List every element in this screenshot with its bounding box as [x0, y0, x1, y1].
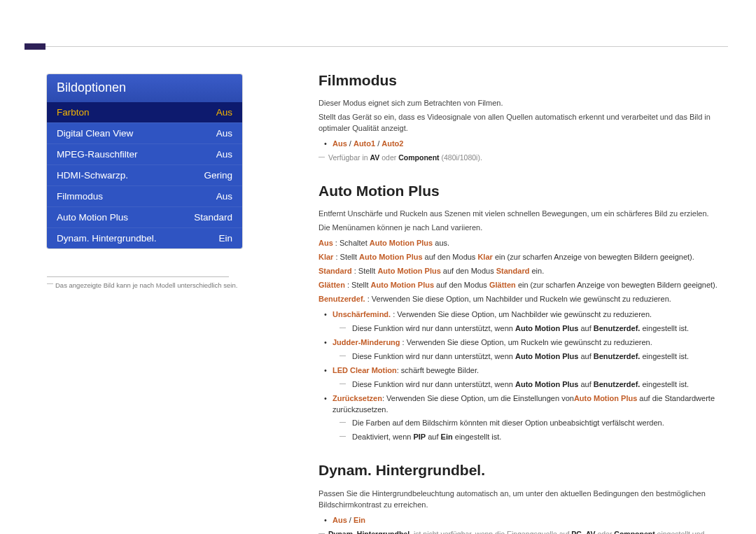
menu-item-hdmi[interactable]: HDMI-Schwarzp. Gering — [47, 164, 242, 185]
menu-item-value: Ein — [218, 233, 232, 244]
n2: Auto Motion Plus — [515, 380, 578, 388]
cp: Component — [614, 530, 654, 534]
menu-item-dcv[interactable]: Digital Clean View Aus — [47, 122, 242, 143]
n1: Diese Funktion wird nur dann unterstützt… — [352, 352, 515, 360]
n4: Benutzerdef. — [594, 352, 640, 360]
m: eingestellt und — [655, 530, 705, 534]
k: Standard — [318, 267, 352, 275]
dyn-p1: Passen Sie die Hintergrundbeleuchtung au… — [318, 489, 728, 511]
avail-av: AV — [370, 153, 380, 162]
t: : Stellt — [333, 253, 359, 261]
menu-item-value: Standard — [194, 212, 232, 223]
menu-item-value: Aus — [216, 149, 232, 160]
amp-judder: Judder-Minderung : Verwenden Sie diese O… — [318, 337, 728, 363]
menu-item-dynbl[interactable]: Dynam. Hintergrundbel. Ein — [47, 227, 242, 248]
heading-dyn: Dynam. Hintergrundbel. — [318, 460, 728, 481]
section-dyn: Dynam. Hintergrundbel. Passen Sie die Hi… — [318, 460, 728, 534]
k2: Standard — [496, 267, 530, 275]
section-filmmodus: Filmmodus Dieser Modus eignet sich zum B… — [318, 70, 728, 164]
menu-item-filmmodus[interactable]: Filmmodus Aus — [47, 185, 242, 206]
amp-note-supp-2: Diese Funktion wird nur dann unterstützt… — [332, 351, 728, 363]
n3: auf — [578, 380, 593, 388]
n3: auf — [426, 433, 440, 441]
k: LED Clear Motion — [332, 366, 397, 374]
menu-item-amp[interactable]: Auto Motion Plus Standard — [47, 206, 242, 227]
p: aus. — [433, 239, 449, 247]
left-note-rule — [47, 276, 229, 277]
k: Zurücksetzen — [332, 394, 382, 402]
opt-aus: Aus — [332, 516, 347, 524]
header-accent — [24, 43, 46, 50]
filmmodus-p1: Dieser Modus eignet sich zum Betrachten … — [318, 98, 728, 109]
amp-def-aus: Aus : Schaltet Auto Motion Plus aus. — [318, 238, 728, 249]
amp-led-clear: LED Clear Motion: schärft bewegte Bilder… — [318, 365, 728, 391]
n1: Diese Funktion wird nur dann unterstützt… — [352, 380, 515, 388]
n2: PIP — [413, 433, 426, 441]
heading-filmmodus: Filmmodus — [318, 70, 728, 91]
menu-title: Bildoptionen — [47, 74, 242, 102]
pc: PC — [571, 530, 582, 534]
k: Benutzerdef. — [318, 295, 365, 303]
amp-zuruecksetzen: Zurücksetzen: Verwenden Sie diese Option… — [318, 393, 728, 444]
n5: eingestellt ist. — [453, 433, 502, 441]
amp-def-benutzerdef: Benutzerdef. : Verwenden Sie diese Optio… — [318, 294, 728, 305]
menu-item-label: MPEG-Rauschfilter — [57, 149, 138, 160]
m: Auto Motion Plus — [377, 267, 440, 275]
p: ein. — [529, 267, 544, 275]
k: Aus — [318, 239, 333, 247]
n4: Benutzerdef. — [594, 380, 640, 388]
av: AV — [586, 530, 596, 534]
amp-def-standard: Standard : Stellt Auto Motion Plus auf d… — [318, 266, 728, 277]
n1: Deaktiviert, wenn — [352, 433, 413, 441]
filmmodus-p2: Stellt das Gerät so ein, dass es Videosi… — [318, 112, 728, 134]
p: ein (zur scharfen Anzeige von bewegten B… — [493, 253, 694, 261]
avail-comp: Component — [398, 153, 439, 162]
n2: Auto Motion Plus — [515, 324, 578, 332]
n3: auf — [578, 352, 593, 360]
menu-item-label: Auto Motion Plus — [57, 212, 128, 223]
p: ein (zur scharfen Anzeige von bewegten B… — [516, 281, 718, 289]
amp-def-klar: Klar : Stellt Auto Motion Plus auf den M… — [318, 252, 728, 263]
n4: Benutzerdef. — [594, 324, 640, 332]
t: : Stellt — [345, 281, 371, 289]
filmmodus-availability: Verfügbar in AV oder Component (480i/108… — [318, 153, 728, 164]
menu-item-label: Farbton — [57, 107, 90, 118]
m2: auf den Modus — [441, 267, 496, 275]
m: Auto Motion Plus — [370, 239, 433, 247]
amp-note-supp-3: Diese Funktion wird nur dann unterstützt… — [332, 379, 728, 391]
n2: Auto Motion Plus — [515, 352, 578, 360]
dyn-availability: Dynam. Hintergrundbel. ist nicht verfügb… — [318, 529, 728, 534]
m2: auf den Modus — [434, 281, 489, 289]
opt-aus: Aus — [332, 139, 347, 148]
amp-p1: Entfernt Unschärfe und Ruckeln aus Szene… — [318, 209, 728, 220]
p: : Verwenden Sie diese Option, um Ruckeln… — [400, 338, 652, 346]
menu-item-mpeg[interactable]: MPEG-Rauschfilter Aus — [47, 143, 242, 164]
p: : Verwenden Sie diese Option, um Nachbil… — [365, 295, 671, 303]
amp-note-pip: Deaktiviert, wenn PIP auf Ein eingestell… — [332, 432, 728, 443]
amp-definitions: Aus : Schaltet Auto Motion Plus aus. Kla… — [318, 238, 728, 305]
p: : Verwenden Sie diese Option, um Nachbil… — [391, 310, 652, 318]
amp-note-supp-1: Diese Funktion wird nur dann unterstützt… — [332, 323, 728, 335]
m: Auto Motion Plus — [359, 253, 422, 261]
opt-ein: Ein — [354, 516, 365, 524]
dyn-options: Aus / Ein — [318, 515, 728, 526]
amp-def-glaetten: Glätten : Stellt Auto Motion Plus auf de… — [318, 280, 728, 291]
amp-p2: Die Menünamen können je nach Land variie… — [318, 223, 728, 234]
k: Judder-Minderung — [332, 338, 400, 346]
right-column: Filmmodus Dieser Modus eignet sich zum B… — [318, 70, 728, 534]
a: Auto Motion Plus — [574, 394, 637, 402]
header-rule — [39, 46, 728, 47]
menu-item-label: Digital Clean View — [57, 128, 133, 139]
n4: Ein — [441, 433, 453, 441]
k: Dynam. Hintergrundbel. — [328, 530, 412, 534]
opt-auto2: Auto2 — [382, 139, 403, 148]
menu-item-farbton[interactable]: Farbton Aus — [47, 102, 242, 122]
filmmodus-options: Aus / Auto1 / Auto2 — [318, 139, 728, 150]
k: Unschärfemind. — [332, 310, 391, 318]
t: : Stellt — [352, 267, 378, 275]
menu-item-label: HDMI-Schwarzp. — [57, 170, 128, 181]
n1: Diese Funktion wird nur dann unterstützt… — [352, 324, 515, 332]
heading-amp: Auto Motion Plus — [318, 181, 728, 202]
n1: ist nicht verfügbar, wenn die Eingangsqu… — [412, 530, 571, 534]
t: : Schaltet — [333, 239, 370, 247]
